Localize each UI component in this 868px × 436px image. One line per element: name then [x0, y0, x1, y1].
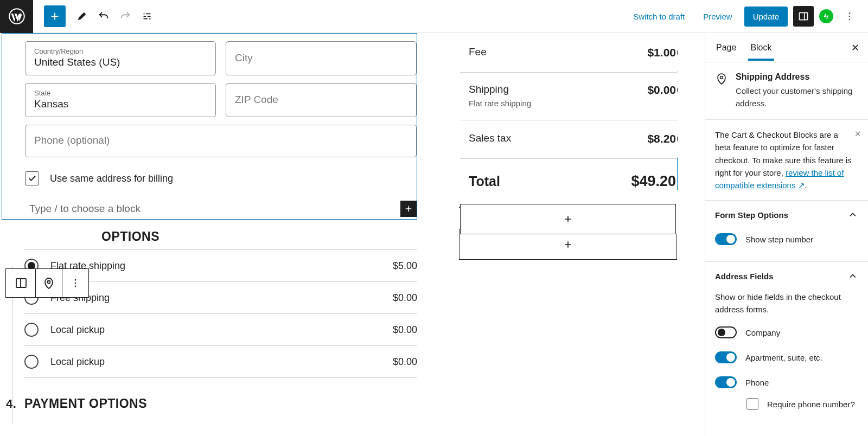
summary-label: Fee [469, 46, 487, 59]
block-more-button[interactable] [62, 268, 89, 298]
phone-placeholder: Phone (optional) [34, 134, 407, 146]
block-title: Shipping Address [736, 72, 858, 82]
svg-point-4 [849, 19, 851, 21]
svg-point-6 [48, 281, 50, 284]
same-address-label: Use same address for billing [50, 173, 173, 184]
toggle-label: Show step number [745, 235, 813, 244]
pin-icon [715, 72, 728, 110]
editor-top-toolbar: Switch to draft Preview Update [0, 0, 868, 33]
svg-rect-5 [16, 279, 26, 287]
settings-sidebar: Page Block ✕ Shipping Address Collect yo… [705, 33, 868, 436]
require-phone-row[interactable]: Require phone number? [715, 395, 858, 410]
shipping-option[interactable]: Local pickup $0.00 [24, 314, 417, 346]
more-menu-button[interactable] [839, 5, 860, 27]
radio-icon[interactable] [24, 355, 39, 369]
summary-sublabel: Flat rate shipping [469, 99, 531, 108]
jetpack-icon[interactable] [819, 9, 833, 23]
shipping-address-block[interactable]: Country/Region United States (US) City S… [2, 33, 417, 220]
wordpress-logo[interactable] [0, 0, 33, 33]
country-field[interactable]: Country/Region United States (US) [25, 41, 216, 75]
panel-title: Form Step Options [715, 210, 788, 220]
tab-page[interactable]: Page [714, 35, 738, 61]
require-phone-label: Require phone number? [767, 400, 855, 409]
shipping-option-label: Local pickup [50, 356, 105, 368]
chevron-up-icon [847, 209, 858, 220]
zip-field[interactable]: ZIP Code [226, 83, 417, 117]
svg-point-7 [75, 279, 76, 281]
toggle-label: Company [745, 328, 780, 337]
summary-label: Shipping [469, 84, 531, 95]
state-label: State [34, 89, 207, 97]
preview-link[interactable]: Preview [697, 7, 738, 27]
undo-button[interactable] [93, 5, 114, 27]
total-value: $49.20 [631, 173, 676, 190]
country-label: Country/Region [34, 47, 207, 55]
svg-point-8 [75, 283, 76, 284]
total-label: Total [469, 174, 500, 189]
summary-value: $8.20 [647, 132, 676, 145]
same-address-checkbox-row[interactable]: Use same address for billing [25, 171, 417, 185]
shipping-option-price: $0.00 [393, 324, 417, 336]
inline-add-block-button[interactable] [400, 201, 417, 217]
toggle-phone[interactable] [715, 376, 737, 388]
shipping-option[interactable]: Local pickup $0.00 [24, 346, 417, 378]
shipping-option-price: $0.00 [393, 292, 417, 304]
toggle-show-step-number[interactable] [715, 233, 737, 245]
close-sidebar-icon[interactable]: ✕ [851, 42, 859, 54]
payment-step-number: 4. [6, 397, 24, 411]
parent-block-button[interactable] [5, 268, 36, 298]
panel-address-fields[interactable]: Address Fields [705, 262, 868, 285]
shipping-option-label: Local pickup [50, 324, 105, 336]
payment-options-heading: PAYMENT OPTIONS [24, 396, 147, 411]
summary-value: $1.00 [647, 46, 676, 59]
svg-point-2 [849, 12, 851, 14]
block-description: Collect your customer's shipping address… [736, 85, 858, 110]
svg-rect-1 [800, 12, 808, 20]
update-button[interactable]: Update [744, 7, 788, 27]
add-block-after-summary[interactable] [460, 204, 676, 234]
add-block-button[interactable] [44, 5, 66, 27]
toggle-label: Apartment, suite, etc. [745, 353, 822, 362]
switch-to-draft-link[interactable]: Switch to draft [627, 7, 691, 27]
tab-block[interactable]: Block [748, 35, 774, 61]
svg-point-10 [720, 76, 723, 79]
zip-placeholder: ZIP Code [235, 94, 407, 106]
block-appender-prompt[interactable]: Type / to choose a block [25, 200, 141, 218]
state-field[interactable]: State Kansas [25, 83, 216, 117]
checkbox-icon[interactable] [746, 398, 758, 410]
checkbox-checked-icon[interactable] [25, 171, 39, 185]
country-value: United States (US) [34, 56, 207, 68]
shipping-options-heading: OPTIONS [101, 229, 159, 244]
svg-point-9 [75, 286, 76, 287]
summary-value: $0.00 [647, 84, 676, 108]
toggle-label: Phone [745, 378, 769, 387]
phone-field[interactable]: Phone (optional) [25, 125, 417, 157]
address-fields-desc: Show or hide fields in the checkout addr… [715, 291, 858, 316]
toggle-company[interactable] [715, 326, 737, 338]
dismiss-notice-icon[interactable]: ✕ [854, 127, 861, 140]
block-type-icon[interactable] [35, 268, 62, 298]
toggle-apartment[interactable] [715, 351, 737, 363]
settings-sidebar-toggle[interactable] [793, 6, 814, 27]
chevron-up-icon [847, 271, 858, 281]
state-value: Kansas [34, 98, 207, 110]
block-toolbar [5, 268, 89, 298]
panel-form-step-options[interactable]: Form Step Options [705, 201, 868, 223]
radio-icon[interactable] [24, 323, 39, 337]
city-field[interactable]: City [226, 41, 417, 75]
svg-point-3 [849, 16, 851, 17]
city-placeholder: City [235, 52, 407, 64]
panel-title: Address Fields [715, 272, 774, 281]
shipping-option-price: $5.00 [393, 260, 417, 272]
summary-label: Sales tax [469, 132, 511, 145]
details-button[interactable] [136, 5, 158, 27]
redo-button[interactable] [114, 5, 136, 27]
shipping-option-price: $0.00 [393, 356, 417, 368]
beta-notice: The Cart & Checkout Blocks are a beta fe… [705, 120, 868, 201]
edit-mode-button[interactable] [71, 5, 93, 27]
